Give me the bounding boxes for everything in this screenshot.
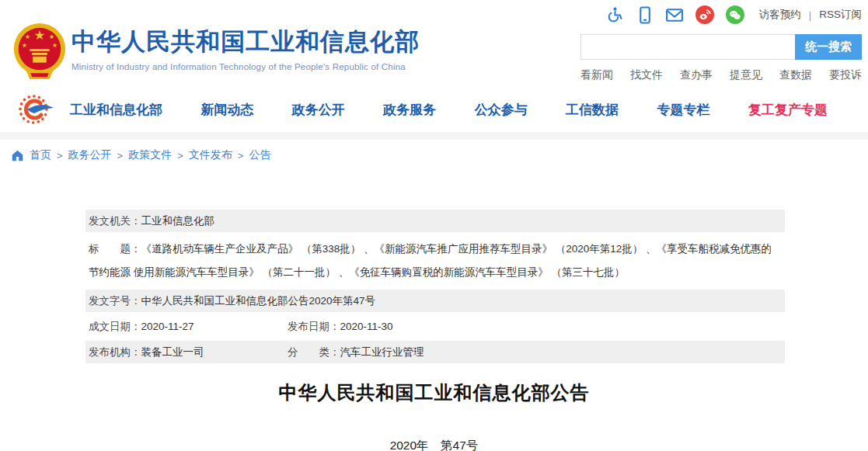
breadcrumb-separator: > xyxy=(57,150,63,161)
breadcrumb-item[interactable]: 首页 xyxy=(30,148,51,162)
meta-row: 发文字号：中华人民共和国工业和信息化部公告2020年第47号 xyxy=(85,290,785,312)
nav-item[interactable]: 政务服务 xyxy=(383,101,436,119)
meta-value: 工业和信息化部 xyxy=(141,215,215,227)
breadcrumb-separator: > xyxy=(117,150,124,161)
nav-item[interactable]: 专题专栏 xyxy=(657,101,710,119)
meta-cell: 标 题：《道路机动车辆生产企业及产品》 （第338批） 、《新能源汽车推广应用推… xyxy=(89,243,772,278)
breadcrumb-item[interactable]: 政策文件 xyxy=(128,148,172,162)
breadcrumb-item[interactable]: 文件发布 xyxy=(189,148,232,162)
main-nav: 工业和信息化部新闻动态政务公开政务服务公众参与工信数据专题专栏复工复产专题 xyxy=(0,87,868,132)
nav-item[interactable]: 公众参与 xyxy=(475,101,528,119)
meta-value: 汽车工业行业管理 xyxy=(340,346,424,358)
svg-text:★: ★ xyxy=(52,42,58,49)
breadcrumb: 首页>政务公开>政策文件>文件发布>公告 xyxy=(0,140,868,169)
meta-row: 标 题：《道路机动车辆生产企业及产品》 （第338批） 、《新能源汽车推广应用推… xyxy=(85,235,785,286)
nav-item[interactable]: 工信数据 xyxy=(566,101,619,119)
meta-label: 发布日期： xyxy=(288,321,340,332)
meta-label: 发布机构： xyxy=(89,346,141,358)
meta-cell: 发布机构：装备工业一司 xyxy=(89,345,288,359)
breadcrumb-items: 首页>政务公开>政策文件>文件发布>公告 xyxy=(30,148,270,162)
national-emblem-logo: ★ ★ ★ ★ ★ xyxy=(9,20,70,84)
nav-item[interactable]: 工业和信息化部 xyxy=(70,101,162,119)
quick-link[interactable]: 要投诉 xyxy=(829,68,862,82)
svg-text:★: ★ xyxy=(34,28,46,43)
svg-text:★: ★ xyxy=(22,42,27,49)
home-icon xyxy=(11,149,24,161)
svg-text:★: ★ xyxy=(25,33,30,40)
meta-row: 发布机构：装备工业一司分 类：汽车工业行业管理 xyxy=(85,341,785,363)
nav-items: 工业和信息化部新闻动态政务公开政务服务公众参与工信数据专题专栏复工复产专题 xyxy=(70,101,828,119)
site-title-block: 中华人民共和国工业和信息化部 Ministry of Industry and … xyxy=(71,26,420,71)
meta-cell: 发布日期：2020-11-30 xyxy=(288,321,393,332)
rss-subscribe-link[interactable]: RSS订阅 xyxy=(819,8,862,22)
quick-link[interactable]: 看新闻 xyxy=(580,68,613,82)
accessibility-icon[interactable] xyxy=(606,6,624,24)
meta-label: 成文日期： xyxy=(89,321,141,332)
mobile-icon[interactable] xyxy=(636,6,654,24)
quick-link[interactable]: 提意见 xyxy=(730,68,762,82)
meta-value: 2020-11-30 xyxy=(340,321,393,332)
site-title: 中华人民共和国工业和信息化部 xyxy=(71,26,420,58)
nav-item[interactable]: 政务公开 xyxy=(292,101,345,119)
quick-link[interactable]: 找文件 xyxy=(630,68,663,82)
meta-label: 发文字号： xyxy=(89,295,141,307)
meta-row: 成文日期：2020-11-27发布日期：2020-11-30 xyxy=(85,315,785,338)
breadcrumb-separator: > xyxy=(238,150,244,161)
search-input[interactable] xyxy=(580,34,795,60)
wechat-icon[interactable] xyxy=(726,5,744,24)
search-area: 统一搜索 看新闻找文件查办事提意见查数据要投诉 xyxy=(580,34,862,82)
document-meta-table: 发文机关：工业和信息化部标 题：《道路机动车辆生产企业及产品》 （第338批） … xyxy=(85,210,785,363)
nav-item[interactable]: 复工复产专题 xyxy=(748,101,828,119)
meta-cell: 发文机关：工业和信息化部 xyxy=(89,215,214,227)
meta-label: 标 题： xyxy=(89,243,141,255)
meta-label: 发文机关： xyxy=(89,215,141,227)
breadcrumb-item[interactable]: 公告 xyxy=(249,148,270,162)
meta-value: 装备工业一司 xyxy=(141,346,204,358)
site-header: ★ ★ ★ ★ ★ 中华人民共和国工业和信息化部 Ministry of Ind… xyxy=(0,0,868,87)
utility-bar: 访客预约 | RSS订阅 xyxy=(606,5,862,24)
meta-row: 发文机关：工业和信息化部 xyxy=(85,210,785,232)
meta-value: 中华人民共和国工业和信息化部公告2020年第47号 xyxy=(141,295,376,307)
svg-text:★: ★ xyxy=(49,33,54,40)
utility-links: 访客预约 | RSS订阅 xyxy=(759,8,862,22)
site-subtitle: Ministry of Industry and Information Tec… xyxy=(71,62,420,71)
quick-link[interactable]: 查办事 xyxy=(680,68,713,82)
document-title: 中华人民共和国工业和信息化部公告 xyxy=(0,380,868,405)
breadcrumb-item[interactable]: 政务公开 xyxy=(68,148,112,162)
unified-search-button[interactable]: 统一搜索 xyxy=(795,34,862,60)
document-number-line: 2020年 第47号 xyxy=(0,438,868,451)
meta-value: 《道路机动车辆生产企业及产品》 （第338批） 、《新能源汽车推广应用推荐车型目… xyxy=(89,243,772,278)
meta-cell: 发文字号：中华人民共和国工业和信息化部公告2020年第47号 xyxy=(89,295,375,307)
quick-link[interactable]: 查数据 xyxy=(779,68,812,82)
meta-cell: 分 类：汽车工业行业管理 xyxy=(288,346,424,358)
breadcrumb-separator: > xyxy=(177,150,183,161)
quick-links: 看新闻找文件查办事提意见查数据要投诉 xyxy=(580,68,862,82)
visitor-appointment-link[interactable]: 访客预约 xyxy=(759,8,801,22)
weibo-icon[interactable] xyxy=(695,5,714,24)
meta-label: 分 类： xyxy=(288,346,340,358)
meta-cell: 成文日期：2020-11-27 xyxy=(89,319,288,334)
divider-strip xyxy=(0,132,868,140)
mail-icon[interactable] xyxy=(665,6,684,24)
utility-separator: | xyxy=(809,9,812,21)
nav-item[interactable]: 新闻动态 xyxy=(200,101,253,119)
miit-logo-icon xyxy=(17,92,56,127)
meta-value: 2020-11-27 xyxy=(141,321,194,332)
